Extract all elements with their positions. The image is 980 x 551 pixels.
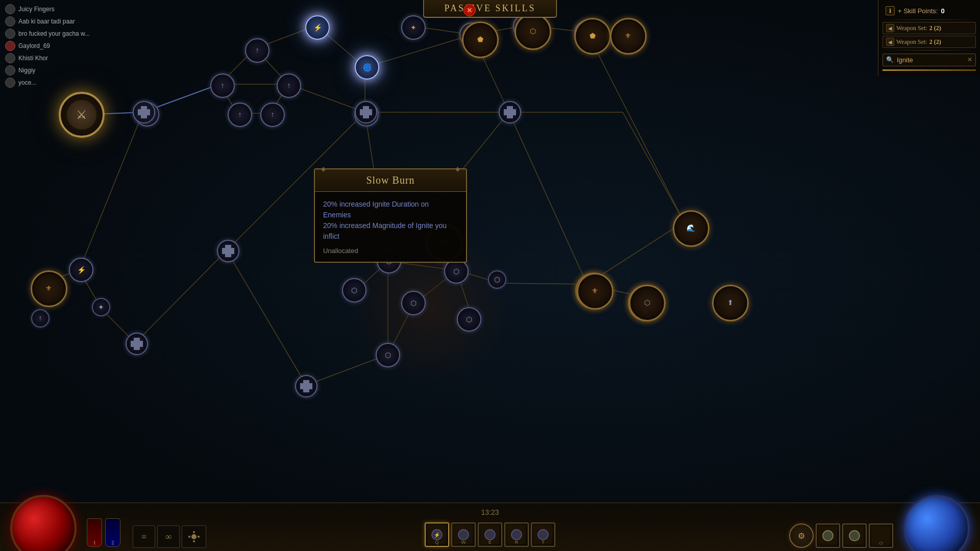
waypoint-node-2[interactable] (499, 101, 521, 123)
waypoint-node-1[interactable] (133, 101, 155, 123)
search-box[interactable]: 🔍 ✕ (883, 54, 976, 66)
node-icon: ⚜ (36, 276, 63, 303)
skill-icon-right1 (819, 527, 837, 545)
skill-slot-o[interactable]: O (869, 523, 893, 548)
weapon-set-2-value: 2 (2) (929, 38, 941, 46)
weapon-set-1-value: 2 (2) (929, 24, 941, 32)
skill-node-bottom-left1[interactable]: ⚜ (31, 270, 67, 307)
search-icon: 🔍 (886, 56, 894, 64)
skill-points-value: 0 (941, 7, 944, 15)
tooltip-stat1: 20% increased Ignite Duration on Enemies (323, 199, 458, 220)
search-clear-icon[interactable]: ✕ (967, 56, 972, 64)
skill-node-class-large[interactable]: ⚜ (610, 18, 647, 55)
node-icon: ⬟ (579, 23, 606, 50)
svg-point-54 (458, 530, 469, 540)
character-node[interactable]: ⚔ (59, 92, 105, 138)
skill-node-mid-right2[interactable]: ⬡ (629, 285, 666, 321)
skill-node-mid3[interactable]: ↑ (260, 103, 285, 127)
skill-node-bottom-left4[interactable]: ↑ (31, 309, 50, 328)
skill-orb-btn-1[interactable]: ⚙ (789, 523, 814, 548)
chat-avatar-2 (5, 16, 15, 27)
chat-name-3: bro fucked your gacha w... (18, 30, 90, 37)
waypoint-node-6[interactable] (295, 375, 317, 397)
skill-node-top2[interactable]: ✦ (401, 15, 426, 40)
skill-slot-t[interactable]: T (531, 522, 555, 547)
weapon-set-2-arrow[interactable]: ◀ (886, 38, 894, 46)
skill-key-w: W (461, 540, 466, 545)
skill-slot-right2[interactable] (842, 523, 867, 548)
node-icon: ↑ (34, 312, 47, 325)
weapon-set-1-arrow[interactable]: ◀ (886, 24, 894, 32)
chat-panel: Juicy Fingers Aab ki baar tadi paar bro … (0, 0, 112, 92)
search-input[interactable] (897, 56, 958, 64)
skill-node-bottom-mid[interactable]: ⬡ (376, 343, 400, 367)
flask-1[interactable]: 1 (87, 518, 102, 547)
skill-slot-right1[interactable] (816, 523, 840, 548)
separator2 (883, 50, 976, 51)
skill-slot-q[interactable]: ⚡ Q (425, 522, 449, 547)
skill-node-cluster5[interactable]: ⬡ (457, 307, 481, 332)
skill-slot-w[interactable]: W (451, 522, 476, 547)
waypoint-node-3[interactable] (355, 101, 377, 123)
svg-point-58 (823, 531, 833, 541)
node-icon: ↑ (248, 41, 266, 59)
skill-node-right-large1[interactable]: ⬟ (574, 18, 611, 55)
skill-node-bottom-left3[interactable]: ✦ (92, 298, 110, 316)
node-icon: ⚡ (308, 18, 326, 36)
node-icon: ⚜ (615, 23, 642, 50)
node-icon: ↑ (280, 77, 298, 94)
chat-name-7: yoce... (18, 79, 36, 86)
skill-node-cluster2[interactable]: ⬡ (342, 278, 366, 303)
skill-node-right2[interactable]: 🌊 (673, 210, 709, 247)
skill-slot-e[interactable]: E (478, 522, 502, 547)
time-display: 13:23 (481, 508, 499, 516)
svg-point-55 (485, 530, 495, 540)
node-icon: 🌊 (678, 215, 705, 242)
tooltip-status: Unallocated (323, 247, 458, 255)
skills-button[interactable]: ∞ (157, 525, 180, 548)
svg-point-56 (511, 530, 522, 540)
skill-node-top1[interactable]: ⚡ (305, 15, 330, 40)
node-icon: ↑ (231, 106, 249, 123)
skill-slot-r[interactable]: R (504, 522, 529, 547)
node-icon: ↑ (213, 77, 231, 94)
chat-avatar-5 (5, 53, 15, 63)
svg-line-24 (135, 251, 227, 343)
node-icon: ⬡ (345, 281, 363, 299)
skill-node-right-large2[interactable]: ⬟ (462, 21, 499, 58)
tooltip-body: 20% increased Ignite Duration on Enemies… (315, 192, 466, 262)
node-icon: ↑ (263, 106, 281, 123)
chat-entry-5: Khisti Khor (3, 52, 109, 64)
skill-node-top-mid[interactable]: 🌀 (355, 55, 379, 80)
waypoint-node-5[interactable] (126, 333, 148, 355)
right-panel: ℹ + Skill Points: 0 ◀ Weapon Set: 2 (2) … (878, 0, 980, 76)
skill-node-left2[interactable]: ↑ (210, 73, 235, 98)
flask-2[interactable]: 2 (105, 518, 120, 547)
skill-node-cluster6[interactable]: ⬡ (488, 270, 506, 289)
chat-name-4: Gaylord_69 (18, 42, 50, 49)
close-button[interactable]: ✕ (463, 4, 476, 16)
menu-button[interactable]: ≡ (133, 525, 155, 548)
skill-node-class1[interactable]: ⬡ (514, 13, 551, 50)
node-icon: ✦ (404, 18, 422, 36)
skill-node-left3[interactable]: ↑ (245, 38, 270, 63)
node-icon: ⬟ (467, 27, 494, 54)
skill-points-row: ℹ + Skill Points: 0 (883, 4, 976, 17)
passive-tree-button[interactable] (182, 525, 206, 548)
skill-node-cluster4[interactable]: ⬡ (444, 259, 469, 284)
waypoint-node-4[interactable] (217, 240, 239, 262)
svg-point-47 (191, 534, 197, 539)
svg-line-43 (509, 112, 587, 284)
weapon-set-2-label: Weapon Set: (896, 38, 927, 46)
skill-node-far-right[interactable]: ⬆ (712, 285, 749, 321)
chat-name-1: Juicy Fingers (18, 6, 55, 13)
skill-node-bottom-left2[interactable]: ⚡ (69, 258, 93, 282)
skill-node-cluster3[interactable]: ⬡ (401, 291, 426, 315)
chat-entry-7: yoce... (3, 77, 109, 89)
flask-area: 1 2 (87, 518, 120, 547)
skill-node-right-bottom[interactable]: ⚜ (577, 273, 614, 310)
skill-node-mid1[interactable]: ↑ (277, 73, 301, 98)
weapon-set-1-label: Weapon Set: (896, 24, 927, 32)
skill-node-mid2[interactable]: ↑ (228, 103, 252, 127)
svg-line-12 (623, 112, 684, 222)
